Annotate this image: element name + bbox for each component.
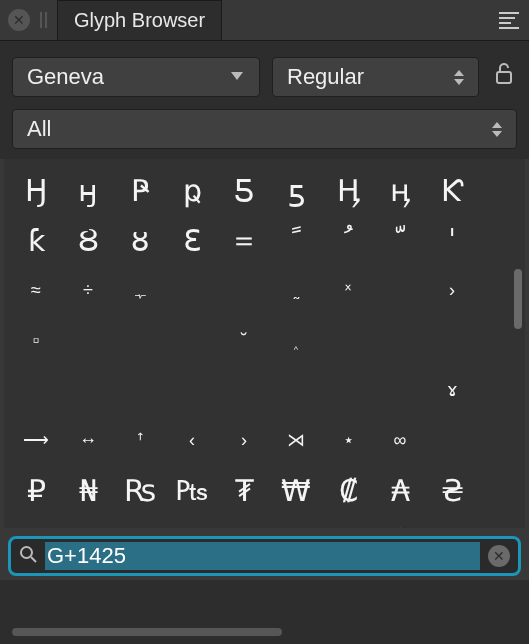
glyph-cell[interactable] — [374, 265, 426, 315]
glyph-cell[interactable] — [322, 315, 374, 365]
glyph-cell[interactable] — [166, 315, 218, 365]
glyph-cell[interactable] — [374, 365, 426, 415]
glyph-cell[interactable]: Ӈ — [10, 165, 62, 215]
glyph-cell[interactable]: ₡ — [322, 465, 374, 515]
stepper-icon — [450, 70, 468, 85]
glyph-cell[interactable]: ˷ — [270, 265, 322, 315]
glyph-cell[interactable]: ⋊ — [270, 415, 322, 465]
glyph-cell[interactable]: ₩ — [270, 465, 322, 515]
glyph-cell[interactable]: ₠ — [10, 515, 62, 528]
glyph-cell[interactable]: ȣ — [114, 215, 166, 265]
glyph-cell[interactable]: ℁ — [270, 515, 322, 528]
svg-line-2 — [31, 557, 36, 562]
svg-rect-0 — [497, 72, 511, 83]
glyph-cell[interactable]: ₴ — [426, 465, 478, 515]
glyph-category-select[interactable]: All — [12, 109, 517, 149]
glyph-cell[interactable]: ӊ — [374, 165, 426, 215]
glyph-cell[interactable]: Ӊ — [322, 165, 374, 215]
font-style-select[interactable]: Regular — [272, 57, 479, 97]
search-icon — [19, 545, 37, 568]
glyph-cell[interactable]: ɤ — [426, 365, 478, 415]
clear-search-button[interactable]: ✕ — [488, 545, 510, 567]
glyph-cell[interactable] — [426, 315, 478, 365]
glyph-cell[interactable]: Ҏ — [114, 165, 166, 215]
glyph-cell[interactable]: ˣ — [322, 265, 374, 315]
glyph-cell[interactable]: ‹ — [166, 415, 218, 465]
glyph-cell[interactable]: ˰ — [270, 315, 322, 365]
lock-open-icon — [494, 62, 514, 86]
svg-point-1 — [21, 547, 32, 558]
glyph-cell[interactable]: ҏ — [166, 165, 218, 215]
glyph-cell[interactable]: Ƽ — [218, 165, 270, 215]
glyph-cell[interactable]: ₦ — [62, 465, 114, 515]
glyph-cell[interactable]: ℀ — [218, 515, 270, 528]
glyph-cell[interactable]: ₽ — [10, 465, 62, 515]
glyph-cell[interactable]: ˈ — [426, 215, 478, 265]
glyph-cell[interactable] — [62, 315, 114, 365]
glyph-cell[interactable] — [374, 315, 426, 365]
glyph-cell[interactable] — [218, 365, 270, 415]
glyph-cell[interactable]: ₧ — [166, 465, 218, 515]
glyph-cell[interactable]: ℔ — [426, 515, 478, 528]
glyph-cell[interactable]: ＝ — [218, 215, 270, 265]
glyph-cell[interactable] — [322, 365, 374, 415]
glyph-cell[interactable]: ⟶ — [10, 415, 62, 465]
panel-tab[interactable]: Glyph Browser — [57, 0, 222, 40]
vertical-scrollbar[interactable] — [514, 269, 522, 329]
glyph-cell[interactable]: ﮩ — [114, 265, 166, 315]
glyph-cell[interactable]: ↔ — [62, 415, 114, 465]
glyph-cell[interactable] — [270, 365, 322, 415]
stepper-icon — [488, 122, 506, 137]
glyph-cell[interactable]: ÷ — [62, 265, 114, 315]
glyph-cell[interactable] — [114, 315, 166, 365]
glyph-cell[interactable]: ƽ — [270, 165, 322, 215]
glyph-grid: ӇӈҎҏƼƽӉӊƘƙȢȣƐ＝ﹰﹸﹼˈ≈÷ﮩ˷ˣ›▫˘˰ɤ⟶↔ꜛ‹›⋊⋆∞₽₦₨₧… — [4, 159, 525, 528]
chevron-down-icon — [225, 65, 249, 89]
glyph-cell[interactable]: ﹼ — [374, 215, 426, 265]
glyph-cell[interactable]: Ƙ — [426, 165, 478, 215]
glyph-cell[interactable]: ₨ — [114, 465, 166, 515]
font-style-value: Regular — [287, 64, 364, 90]
glyph-cell[interactable] — [166, 265, 218, 315]
glyph-cell[interactable]: Ɛ — [166, 215, 218, 265]
glyph-cell[interactable]: ℛ — [374, 515, 426, 528]
horizontal-scrollbar[interactable] — [12, 628, 282, 636]
glyph-cell[interactable] — [218, 265, 270, 315]
glyph-cell[interactable]: ⋆ — [322, 415, 374, 465]
glyph-cell[interactable] — [62, 365, 114, 415]
lock-toggle[interactable] — [491, 62, 517, 92]
close-button[interactable]: ✕ — [8, 9, 30, 31]
glyph-search-value: G+1425 — [45, 542, 480, 570]
glyph-cell[interactable] — [114, 365, 166, 415]
font-family-value: Geneva — [27, 64, 104, 90]
glyph-search-field[interactable]: G+1425 ✕ — [8, 536, 521, 576]
glyph-cell[interactable] — [426, 415, 478, 465]
glyph-cell[interactable]: › — [426, 265, 478, 315]
glyph-cell[interactable]: ӈ — [62, 165, 114, 215]
glyph-cell[interactable]: › — [218, 415, 270, 465]
panel-menu-button[interactable] — [495, 8, 523, 33]
glyph-cell[interactable]: ƙ — [10, 215, 62, 265]
glyph-cell[interactable]: ˘ — [218, 315, 270, 365]
glyph-cell[interactable] — [166, 365, 218, 415]
font-family-select[interactable]: Geneva — [12, 57, 260, 97]
glyph-cell[interactable] — [10, 365, 62, 415]
glyph-cell[interactable]: ∞ — [374, 415, 426, 465]
glyph-cell[interactable]: ≈ — [10, 265, 62, 315]
panel-tab-label: Glyph Browser — [74, 9, 205, 32]
glyph-cell[interactable]: ℆ — [166, 515, 218, 528]
glyph-cell[interactable]: ℝ — [322, 515, 374, 528]
glyph-cell[interactable]: ﹰ — [270, 215, 322, 265]
glyph-cell[interactable]: ▫ — [10, 315, 62, 365]
glyph-cell[interactable]: ₳ — [374, 465, 426, 515]
glyph-cell[interactable]: Ȣ — [62, 215, 114, 265]
glyph-cell[interactable]: ₮ — [218, 465, 270, 515]
glyph-cell[interactable]: ﹸ — [322, 215, 374, 265]
glyph-cell[interactable]: ₵ — [62, 515, 114, 528]
glyph-cell[interactable]: ℅ — [114, 515, 166, 528]
drag-handle[interactable] — [40, 12, 47, 28]
glyph-cell[interactable]: ꜛ — [114, 415, 166, 465]
glyph-category-value: All — [27, 116, 51, 142]
